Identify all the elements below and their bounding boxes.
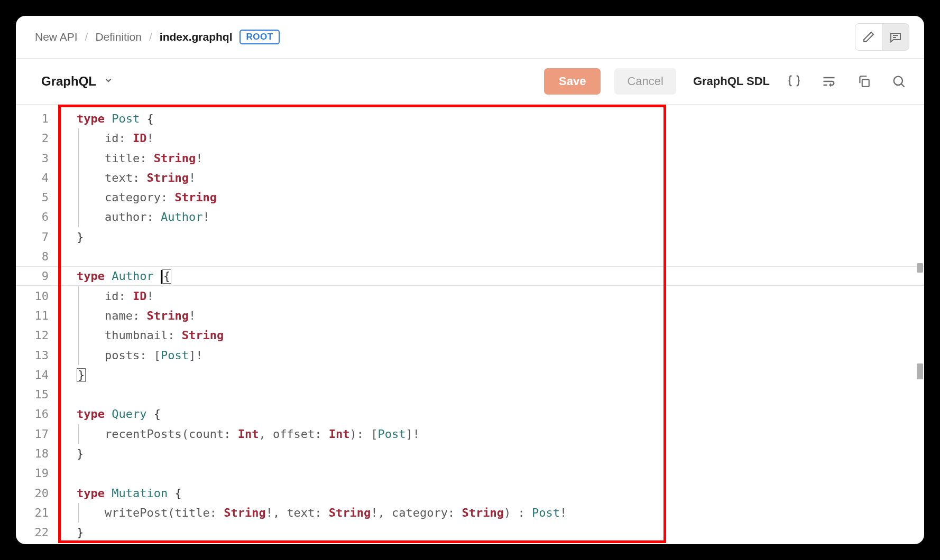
breadcrumb-sep: / <box>85 31 88 43</box>
breadcrumb-item[interactable]: New API <box>35 31 78 43</box>
edit-button[interactable] <box>855 23 882 51</box>
breadcrumb-file: index.graphql <box>160 31 233 43</box>
code-line[interactable]: type Mutation { <box>58 483 924 503</box>
copy-icon[interactable] <box>853 71 874 92</box>
code-line[interactable]: } <box>58 227 924 247</box>
braces-icon[interactable] <box>784 71 805 92</box>
chat-icon <box>889 31 902 43</box>
pencil-icon <box>862 31 875 43</box>
code-line[interactable]: posts: [Post]! <box>58 346 924 365</box>
code-line[interactable]: category: String <box>58 188 924 207</box>
line-gutter: 12345678910111213141516171819202122 <box>16 105 58 544</box>
cancel-button[interactable]: Cancel <box>614 68 676 95</box>
code-line[interactable]: writePost(title: String!, text: String!,… <box>58 503 924 522</box>
language-label: GraphQL <box>41 74 96 89</box>
search-icon[interactable] <box>888 71 909 92</box>
root-badge: ROOT <box>239 30 279 44</box>
svg-rect-0 <box>862 80 869 87</box>
code-line[interactable]: name: String! <box>58 306 924 325</box>
language-dropdown[interactable]: GraphQL <box>41 74 113 89</box>
breadcrumb: New API / Definition / index.graphql ROO… <box>35 30 280 44</box>
editor[interactable]: 12345678910111213141516171819202122 type… <box>16 105 924 544</box>
svg-point-1 <box>894 77 902 85</box>
scroll-marker[interactable] <box>915 263 924 279</box>
code-line[interactable]: type Post { <box>58 109 924 128</box>
top-bar: New API / Definition / index.graphql ROO… <box>16 16 924 59</box>
code-line[interactable]: id: ID! <box>58 128 924 148</box>
chevron-down-icon <box>104 76 113 88</box>
editor-window: New API / Definition / index.graphql ROO… <box>16 16 924 544</box>
code-line[interactable]: id: ID! <box>58 286 924 306</box>
code-line[interactable]: title: String! <box>58 148 924 168</box>
scroll-marker[interactable] <box>915 363 924 379</box>
code-line[interactable]: recentPosts(count: Int, offset: Int): [P… <box>58 424 924 444</box>
code-line[interactable] <box>58 247 924 266</box>
code-line[interactable] <box>58 463 924 483</box>
toolbar-right: Save Cancel GraphQL SDL <box>544 68 909 95</box>
code-line[interactable]: text: String! <box>58 168 924 188</box>
top-icons <box>855 23 909 51</box>
wrap-icon[interactable] <box>818 71 840 92</box>
code-line[interactable]: type Query { <box>58 404 924 424</box>
breadcrumb-sep: / <box>149 31 152 43</box>
code-line[interactable]: } <box>58 522 924 542</box>
save-button[interactable]: Save <box>544 68 601 95</box>
code-line[interactable]: author: Author! <box>58 207 924 227</box>
code-area[interactable]: type Post { id: ID! title: String! text:… <box>58 105 924 544</box>
breadcrumb-item[interactable]: Definition <box>95 31 142 43</box>
toolbar: GraphQL Save Cancel GraphQL SDL <box>16 59 924 105</box>
code-line[interactable]: } <box>58 444 924 463</box>
code-line[interactable]: type Author { <box>58 266 924 286</box>
code-line[interactable] <box>58 385 924 404</box>
sdl-label: GraphQL SDL <box>693 74 770 88</box>
code-line[interactable]: } <box>58 365 924 385</box>
comments-button[interactable] <box>882 23 909 51</box>
code-line[interactable]: thumbnail: String <box>58 325 924 345</box>
